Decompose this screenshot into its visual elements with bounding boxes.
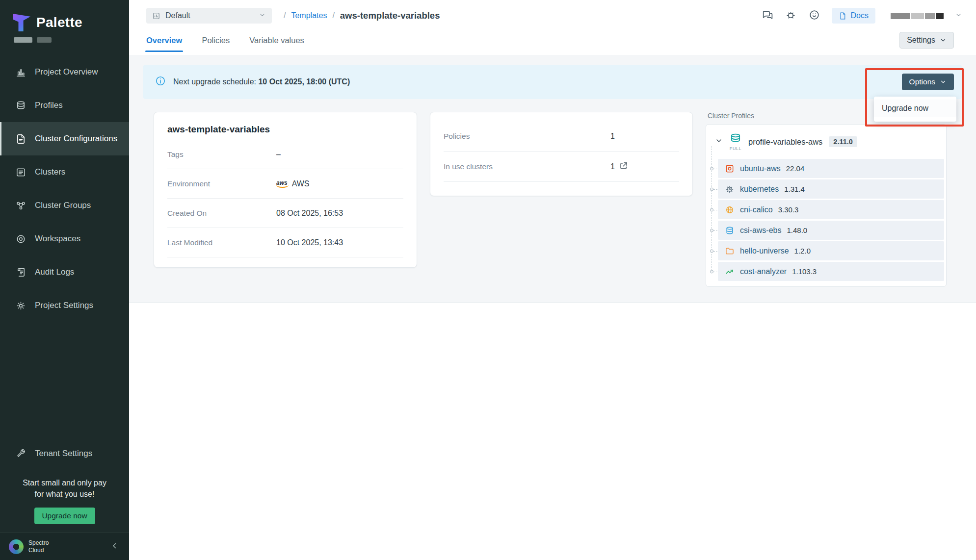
detail-row-created-on: Created On 08 Oct 2025, 16:53 <box>167 199 403 228</box>
settings-label: Settings <box>907 36 935 45</box>
sidebar-item-audit-logs[interactable]: Audit Logs <box>0 255 129 289</box>
chat-button[interactable] <box>761 9 773 23</box>
sidebar-upgrade-now-button[interactable]: Upgrade now <box>34 508 95 524</box>
trend-up-icon <box>725 267 735 277</box>
profile-stack-icon: FULL <box>729 132 742 151</box>
external-link-icon[interactable] <box>619 161 628 172</box>
tab-variable-values[interactable]: Variable values <box>249 33 304 48</box>
chat-icon <box>761 9 773 21</box>
cluster-profile-header[interactable]: FULL profile-variables-aws 2.11.0 <box>706 125 945 159</box>
redacted-bar <box>925 13 935 19</box>
sidebar-item-profiles[interactable]: Profiles <box>0 89 129 122</box>
detail-row-tags: Tags – <box>167 140 403 169</box>
promo-text: Start small and only pay for what you us… <box>0 477 129 500</box>
user-menu-chevron[interactable] <box>955 11 962 21</box>
sidebar-item-cluster-configurations[interactable]: Cluster Configurations <box>0 122 129 155</box>
layer-row-hello-universe[interactable]: hello-universe 1.2.0 <box>718 241 944 260</box>
sidebar-footer: Spectro Cloud <box>0 533 129 560</box>
empty-area <box>129 303 976 560</box>
layer-row-ubuntu-aws[interactable]: ubuntu-aws 22.04 <box>718 159 944 178</box>
ubuntu-icon <box>725 164 735 174</box>
sidebar-item-workspaces[interactable]: Workspaces <box>0 222 129 255</box>
layer-row-cost-analyzer[interactable]: cost-analyzer 1.103.3 <box>718 262 944 281</box>
chevron-left-icon <box>110 541 119 550</box>
aws-logo-icon: aws <box>276 179 288 188</box>
tab-overview[interactable]: Overview <box>146 33 182 48</box>
template-title: aws-template-variables <box>167 124 403 135</box>
sidebar-collapse-button[interactable] <box>110 541 119 552</box>
spectro-cloud-logo-icon <box>9 539 24 554</box>
app-root: Palette Project Overview Profiles Cluste… <box>0 0 976 560</box>
banner-text: Next upgrade schedule: 10 Oct 2025, 18:0… <box>173 77 350 86</box>
chevron-down-icon <box>940 78 947 85</box>
detail-row-environment: Environment aws AWS <box>167 169 403 199</box>
ring-icon <box>15 233 26 245</box>
sidebar-item-tenant-settings[interactable]: Tenant Settings <box>0 437 129 470</box>
project-selector-value: Default <box>165 11 190 20</box>
help-face-icon <box>808 9 820 21</box>
redacted-bar <box>911 13 924 19</box>
detail-row-last-modified: Last Modified 10 Oct 2025, 13:43 <box>167 228 403 257</box>
options-label: Options <box>909 77 935 86</box>
chevron-down-icon <box>940 37 947 44</box>
folder-icon <box>725 246 735 256</box>
cluster-profile-card: FULL profile-variables-aws 2.11.0 ubuntu… <box>706 124 947 287</box>
docs-label: Docs <box>851 11 869 20</box>
redacted-bar <box>37 37 52 43</box>
palette-logo-text: Palette <box>36 15 82 30</box>
storage-cylinder-icon <box>725 226 735 235</box>
profile-name: profile-variables-aws <box>748 137 822 147</box>
top-header: Default / Templates / aws-template-varia… <box>129 0 976 25</box>
sidebar-item-project-overview[interactable]: Project Overview <box>0 55 129 89</box>
chevron-down-icon <box>259 11 266 21</box>
profile-type-label: FULL <box>730 146 741 151</box>
sidebar-item-label: Clusters <box>35 167 65 177</box>
help-button[interactable] <box>808 9 820 23</box>
tabs-row: Overview Policies Variable values Settin… <box>129 25 976 55</box>
layers-icon <box>15 100 26 111</box>
options-button[interactable]: Options <box>902 74 954 90</box>
options-dropdown-menu: Upgrade now <box>874 97 956 122</box>
sidebar-menu: Project Overview Profiles Cluster Config… <box>0 55 129 322</box>
sidebar-item-label: Cluster Groups <box>35 201 91 210</box>
usage-card: Policies 1 In use clusters 1 <box>430 112 693 196</box>
gear-icon <box>15 300 26 311</box>
menu-item-upgrade-now[interactable]: Upgrade now <box>874 100 956 117</box>
redacted-bar <box>14 37 32 43</box>
cluster-profiles-panel: Cluster Profiles FULL profile-variables-… <box>706 112 947 287</box>
chevron-down-icon[interactable] <box>715 137 723 147</box>
breadcrumb-separator: / <box>332 11 334 20</box>
palette-logo-icon <box>13 14 30 31</box>
project-selector[interactable]: Default <box>146 8 272 24</box>
breadcrumb-templates-link[interactable]: Templates <box>291 11 327 20</box>
content-region: Next upgrade schedule: 10 Oct 2025, 18:0… <box>129 55 976 303</box>
upgrade-schedule-banner: Next upgrade schedule: 10 Oct 2025, 18:0… <box>143 65 962 99</box>
settings-button[interactable]: Settings <box>899 32 954 49</box>
cards-row: aws-template-variables Tags – Environmen… <box>143 112 962 287</box>
bug-report-button[interactable] <box>785 9 797 23</box>
sidebar-item-label: Audit Logs <box>35 267 74 277</box>
layer-row-cni-calico[interactable]: cni-calico 3.30.3 <box>718 200 944 219</box>
redacted-project-name <box>0 37 129 43</box>
breadcrumb: / Templates / aws-template-variables <box>284 10 440 21</box>
redacted-bar <box>936 13 944 19</box>
sidebar-item-label: Profiles <box>35 101 63 110</box>
nodes-icon <box>15 200 26 211</box>
sidebar-item-cluster-groups[interactable]: Cluster Groups <box>0 189 129 222</box>
profile-version-badge: 2.11.0 <box>829 136 857 147</box>
layer-row-kubernetes[interactable]: kubernetes 1.31.4 <box>718 179 944 199</box>
sidebar-item-project-settings[interactable]: Project Settings <box>0 289 129 322</box>
redacted-bar <box>891 13 910 19</box>
layer-row-csi-aws-ebs[interactable]: csi-aws-ebs 1.48.0 <box>718 221 944 240</box>
sidebar-item-clusters[interactable]: Clusters <box>0 155 129 189</box>
wrench-icon <box>15 448 26 459</box>
breadcrumb-separator: / <box>284 11 286 20</box>
server-list-icon <box>15 167 26 178</box>
docs-button[interactable]: Docs <box>832 8 875 24</box>
spectro-cloud-logo-text: Spectro Cloud <box>28 539 49 554</box>
tab-policies[interactable]: Policies <box>202 33 230 48</box>
user-name-redacted <box>891 13 944 19</box>
sidebar-bottom: Tenant Settings Start small and only pay… <box>0 437 129 560</box>
sidebar-item-label: Project Overview <box>35 67 98 77</box>
usage-row-policies: Policies 1 <box>444 121 679 152</box>
